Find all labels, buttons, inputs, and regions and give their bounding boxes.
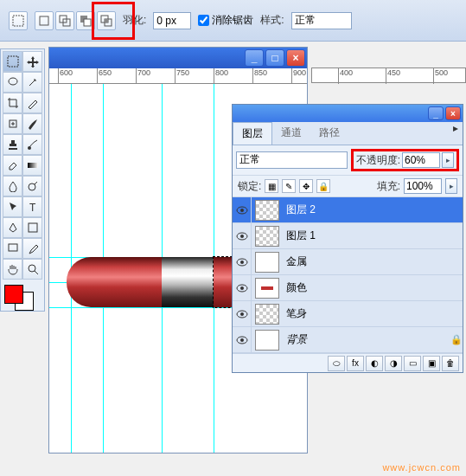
layer-name[interactable]: 图层 1 (283, 228, 463, 243)
layer-style-icon[interactable]: fx (347, 356, 364, 371)
brush-tool[interactable] (22, 113, 42, 134)
opacity-flyout-icon[interactable]: ▸ (442, 152, 454, 168)
pencil-metal (162, 257, 214, 307)
visibility-toggle[interactable] (233, 275, 252, 301)
layer-row[interactable]: 笔身 (233, 301, 463, 327)
svg-rect-1 (40, 16, 48, 25)
tab-paths[interactable]: 路径 (310, 122, 348, 145)
panel-close-button[interactable]: × (445, 106, 461, 120)
layer-name[interactable]: 颜色 (283, 280, 463, 295)
new-layer-icon[interactable]: ▣ (423, 356, 440, 371)
hand-tool[interactable] (3, 259, 22, 280)
lock-position-icon[interactable]: ✥ (299, 179, 313, 193)
svg-point-22 (240, 235, 244, 238)
opacity-label: 不透明度: (356, 153, 400, 168)
slice-tool[interactable] (22, 93, 42, 113)
history-brush-tool[interactable] (22, 134, 42, 155)
fill-input[interactable] (404, 178, 442, 194)
layer-thumbnail[interactable] (255, 226, 279, 247)
notes-tool[interactable] (3, 238, 22, 259)
style-label: 样式: (260, 13, 284, 28)
move-tool[interactable] (22, 51, 42, 72)
marquee-tool[interactable] (3, 51, 22, 72)
fill-flyout-icon[interactable]: ▸ (445, 178, 457, 194)
visibility-toggle[interactable] (233, 249, 252, 275)
pen-tool[interactable] (3, 217, 22, 238)
layer-thumbnail[interactable] (255, 252, 279, 273)
blend-mode-select[interactable]: 正常 (236, 151, 348, 169)
layer-name[interactable]: 图层 2 (283, 203, 463, 217)
lasso-tool[interactable] (3, 72, 22, 93)
lock-transparency-icon[interactable]: ▦ (265, 179, 278, 193)
layers-footer: ⬭ fx ◐ ◑ ▭ ▣ 🗑 (233, 353, 463, 372)
svg-point-10 (9, 78, 17, 85)
adjustment-layer-icon[interactable]: ◑ (385, 356, 402, 371)
layer-row[interactable]: 背景 🔒 (233, 327, 463, 353)
lock-pixels-icon[interactable]: ✎ (282, 179, 296, 193)
layer-thumbnail[interactable] (255, 200, 279, 221)
panel-minimize-button[interactable]: _ (428, 106, 444, 120)
layer-thumbnail[interactable] (255, 278, 279, 299)
highlight-box-selection-mode (92, 2, 135, 40)
stamp-tool[interactable] (3, 134, 22, 155)
add-selection-icon[interactable] (55, 11, 74, 30)
layer-thumbnail[interactable] (255, 304, 279, 325)
layer-row[interactable]: 颜色 (233, 275, 463, 301)
minimize-button[interactable]: _ (245, 49, 264, 67)
delete-layer-icon[interactable]: 🗑 (442, 356, 459, 371)
lock-row: 锁定: ▦ ✎ ✥ 🔒 填充: ▸ (233, 175, 463, 197)
shape-tool[interactable] (22, 217, 42, 238)
dodge-tool[interactable] (22, 176, 42, 196)
visibility-toggle[interactable] (233, 223, 252, 249)
eyedropper-tool[interactable] (22, 238, 42, 259)
maximize-button[interactable]: □ (265, 49, 284, 67)
heal-tool[interactable] (3, 113, 22, 134)
crop-tool[interactable] (3, 93, 22, 113)
panel-menu-icon[interactable]: ▸ (449, 122, 463, 145)
layer-row[interactable]: 图层 2 (233, 197, 463, 223)
layer-name[interactable]: 金属 (283, 254, 463, 269)
svg-point-28 (240, 312, 244, 316)
svg-point-30 (240, 338, 244, 342)
ruler-secondary: 400 450 500 (311, 68, 466, 83)
ruler-tick: 850 (252, 68, 267, 84)
visibility-toggle[interactable] (233, 327, 252, 353)
path-select-tool[interactable] (3, 196, 22, 217)
layer-group-icon[interactable]: ▭ (404, 356, 421, 371)
eraser-tool[interactable] (3, 155, 22, 176)
visibility-toggle[interactable] (233, 197, 252, 223)
highlight-box-opacity: 不透明度: ▸ (351, 149, 459, 171)
svg-point-12 (28, 146, 31, 150)
type-tool[interactable]: T (22, 196, 42, 217)
antialias-check-input[interactable] (198, 15, 209, 26)
layer-mask-icon[interactable]: ◐ (366, 356, 383, 371)
opacity-input[interactable] (402, 152, 440, 168)
layer-thumbnail[interactable] (255, 330, 279, 351)
svg-point-24 (240, 261, 244, 264)
svg-point-20 (240, 209, 244, 212)
layer-row[interactable]: 图层 1 (233, 223, 463, 249)
wand-tool[interactable] (22, 72, 42, 93)
zoom-tool[interactable] (22, 259, 42, 280)
ruler-horizontal: 600 650 700 750 800 850 900 (49, 68, 307, 84)
ruler-tick: 700 (136, 68, 150, 84)
gradient-tool[interactable] (22, 155, 42, 176)
link-layers-icon[interactable]: ⬭ (328, 356, 345, 371)
tab-layers[interactable]: 图层 (233, 122, 272, 145)
layer-row[interactable]: 金属 (233, 249, 463, 275)
layer-name[interactable]: 笔身 (283, 306, 463, 321)
foreground-color-swatch[interactable] (4, 285, 23, 304)
marquee-tool-icon[interactable] (9, 11, 28, 30)
lock-all-icon[interactable]: 🔒 (316, 179, 330, 193)
antialias-checkbox[interactable]: 消除锯齿 (198, 13, 253, 28)
tab-channels[interactable]: 通道 (272, 122, 310, 145)
new-selection-icon[interactable] (35, 11, 54, 30)
visibility-toggle[interactable] (233, 301, 252, 327)
svg-rect-5 (84, 19, 91, 26)
layer-name[interactable]: 背景 (283, 332, 450, 347)
blur-tool[interactable] (3, 176, 22, 196)
style-select[interactable]: 正常 (291, 12, 352, 29)
fill-label: 填充: (377, 179, 400, 194)
close-button[interactable]: × (286, 49, 305, 67)
feather-input[interactable] (153, 12, 191, 29)
